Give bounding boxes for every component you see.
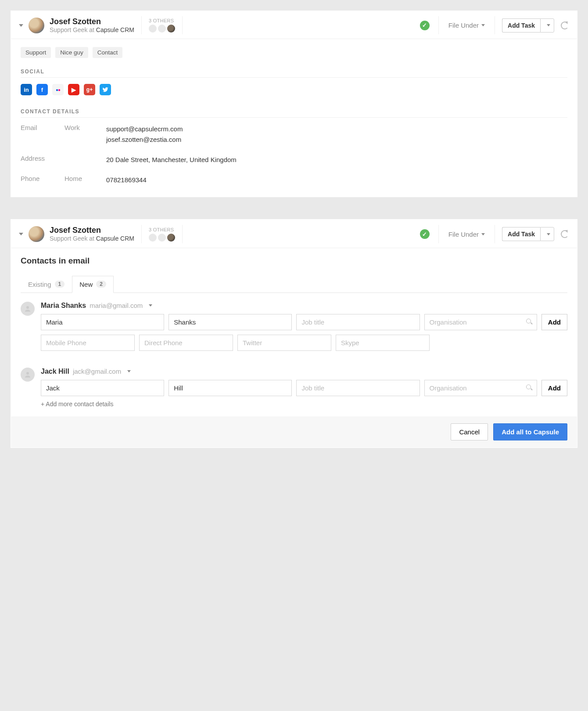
email-dropdown-icon[interactable] xyxy=(149,304,152,307)
organisation-field[interactable] xyxy=(424,380,537,396)
add-task-caret[interactable] xyxy=(540,227,554,241)
job-title-field[interactable] xyxy=(296,314,419,330)
new-contact-name: Maria Shanks xyxy=(41,302,86,310)
avatar-placeholder xyxy=(21,368,35,382)
last-name-field[interactable] xyxy=(169,314,292,330)
add-more-details[interactable]: + Add more contact details xyxy=(41,401,567,408)
contact-details: Email Work support@capsulecrm.com josef.… xyxy=(21,124,567,185)
refresh-icon[interactable] xyxy=(560,230,569,238)
refresh-icon[interactable] xyxy=(560,21,569,30)
mini-avatar xyxy=(158,25,166,32)
avatar-placeholder xyxy=(21,302,35,316)
add-task-group: Add Task xyxy=(502,18,554,32)
new-contact-email: jack@gmail.com xyxy=(73,368,121,375)
direct-phone-field[interactable] xyxy=(139,335,233,351)
contact-block: Jack Hill jack@gmail.com Add + Add more … xyxy=(21,359,567,411)
contacts-in-email-panel: Josef Szotten Support Geek at Capsule CR… xyxy=(11,219,577,448)
youtube-icon[interactable]: ▶ xyxy=(68,84,79,95)
add-all-button[interactable]: Add all to Capsule xyxy=(493,423,567,440)
contact-name: Josef Szotten xyxy=(50,226,134,235)
organisation-field[interactable] xyxy=(424,314,537,330)
contact-block: Maria Shanks maria@gmail.com Add xyxy=(21,293,567,359)
detail-label: Email xyxy=(21,124,65,145)
search-icon[interactable] xyxy=(526,385,533,391)
add-task-group: Add Task xyxy=(502,227,554,241)
chevron-down-icon xyxy=(547,233,550,235)
linkedin-icon[interactable]: in xyxy=(21,84,32,95)
tag-list: Support Nice guy Contact xyxy=(21,47,567,58)
detail-value[interactable]: 07821869344 xyxy=(106,175,567,185)
add-task-button[interactable]: Add Task xyxy=(502,227,540,241)
new-contact-email: maria@gmail.com xyxy=(90,302,143,309)
mini-avatar xyxy=(158,234,166,242)
chevron-down-icon xyxy=(547,24,550,26)
contact-name: Josef Szotten xyxy=(50,17,134,26)
collapse-toggle[interactable] xyxy=(19,24,23,27)
add-contact-button[interactable]: Add xyxy=(541,380,567,396)
new-contact-name: Jack Hill xyxy=(41,368,69,375)
section-social: Social xyxy=(21,69,567,78)
add-task-button[interactable]: Add Task xyxy=(502,18,540,32)
tag[interactable]: Nice guy xyxy=(55,47,88,58)
detail-label: Phone xyxy=(21,175,65,185)
file-under-dropdown[interactable]: File Under xyxy=(448,231,485,238)
googleplus-icon[interactable]: g+ xyxy=(84,84,95,95)
tag[interactable]: Support xyxy=(21,47,51,58)
contact-subtitle: Support Geek at Capsule CRM xyxy=(50,235,134,242)
collapse-toggle[interactable] xyxy=(19,233,23,235)
detail-value: 20 Dale Street, Manchester, United Kingd… xyxy=(106,155,567,165)
others-block[interactable]: 3 OTHERS xyxy=(149,18,175,32)
panel-header: Josef Szotten Support Geek at Capsule CR… xyxy=(11,220,577,248)
first-name-field[interactable] xyxy=(41,380,164,396)
first-name-field[interactable] xyxy=(41,314,164,330)
panel-header: Josef Szotten Support Geek at Capsule CR… xyxy=(11,11,577,39)
tab-new[interactable]: New 2 xyxy=(72,276,114,293)
flickr-icon[interactable]: ●● xyxy=(52,84,64,95)
tab-existing[interactable]: Existing 1 xyxy=(21,276,72,293)
skype-field[interactable] xyxy=(336,335,430,351)
mini-avatar xyxy=(167,234,175,242)
twitter-icon[interactable] xyxy=(100,84,111,95)
check-badge-icon: ✓ xyxy=(420,21,430,30)
others-label: 3 OTHERS xyxy=(149,227,175,232)
social-icons: in f ●● ▶ g+ xyxy=(21,84,567,95)
mini-avatar xyxy=(149,25,157,32)
job-title-field[interactable] xyxy=(296,380,419,396)
others-label: 3 OTHERS xyxy=(149,18,175,23)
mini-avatar xyxy=(167,25,175,32)
add-contact-button[interactable]: Add xyxy=(541,314,567,330)
detail-type: Work xyxy=(65,124,106,145)
chevron-down-icon xyxy=(481,24,485,26)
contacts-title: Contacts in email xyxy=(21,256,567,266)
svg-point-1 xyxy=(26,372,29,375)
detail-type: Home xyxy=(65,175,106,185)
section-contact-details: Contact Details xyxy=(21,108,567,118)
detail-value: support@capsulecrm.com josef.szotten@zes… xyxy=(106,124,567,145)
tabs: Existing 1 New 2 xyxy=(21,275,567,293)
last-name-field[interactable] xyxy=(169,380,292,396)
twitter-field[interactable] xyxy=(237,335,331,351)
contact-subtitle: Support Geek at Capsule CRM xyxy=(50,26,134,34)
check-badge-icon: ✓ xyxy=(420,229,430,239)
others-block[interactable]: 3 OTHERS xyxy=(149,227,175,242)
chevron-down-icon xyxy=(481,233,485,235)
mini-avatar xyxy=(149,234,157,242)
facebook-icon[interactable]: f xyxy=(36,84,48,95)
avatar xyxy=(29,18,44,33)
avatar xyxy=(29,226,44,242)
email-dropdown-icon[interactable] xyxy=(127,370,131,372)
cancel-button[interactable]: Cancel xyxy=(451,423,488,440)
detail-label: Address xyxy=(21,155,65,165)
contact-panel: Josef Szotten Support Geek at Capsule CR… xyxy=(11,11,577,197)
add-task-caret[interactable] xyxy=(540,18,554,32)
tag[interactable]: Contact xyxy=(93,47,123,58)
svg-point-0 xyxy=(26,306,29,309)
mobile-phone-field[interactable] xyxy=(41,335,135,351)
footer-bar: Cancel Add all to Capsule xyxy=(11,416,577,448)
file-under-dropdown[interactable]: File Under xyxy=(448,22,485,29)
search-icon[interactable] xyxy=(526,319,533,325)
